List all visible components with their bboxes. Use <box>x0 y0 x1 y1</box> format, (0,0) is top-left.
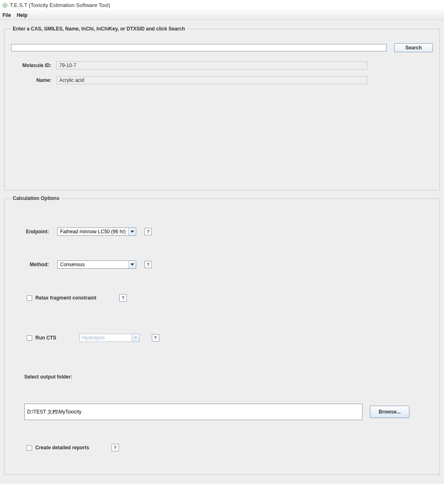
run-cts-label: Run CTS <box>35 335 56 341</box>
chevron-down-icon <box>128 261 136 268</box>
relax-fragment-checkbox[interactable] <box>27 295 32 301</box>
molecule-id-label: Molecule ID: <box>11 63 56 68</box>
output-row: Browse... <box>24 404 433 420</box>
main-content: Enter a CAS, SMILES, Name, InChi, InChiK… <box>0 20 444 484</box>
endpoint-row: Endpoint: Fathead minnow LC50 (96 hr) ? <box>11 228 433 236</box>
endpoint-value: Fathead minnow LC50 (96 hr) <box>58 229 128 235</box>
search-button[interactable]: Search <box>394 43 433 52</box>
detailed-reports-checkbox[interactable] <box>27 445 32 451</box>
endpoint-label: Endpoint: <box>11 229 49 235</box>
output-folder-input[interactable] <box>24 404 363 420</box>
search-legend: Enter a CAS, SMILES, Name, InChi, InChiK… <box>11 26 187 32</box>
relax-fragment-label: Relax fragment constraint <box>35 295 96 301</box>
endpoint-help-button[interactable]: ? <box>144 228 152 235</box>
search-group: Enter a CAS, SMILES, Name, InChi, InChiK… <box>4 26 440 190</box>
app-icon <box>2 3 7 8</box>
name-label: Name: <box>11 77 56 83</box>
menu-bar: File Help <box>0 10 444 20</box>
calculation-group: Calculation Options Endpoint: Fathead mi… <box>4 195 440 475</box>
window-title: T.E.S.T (Toxicity Estimation Software To… <box>10 2 110 8</box>
menu-help[interactable]: Help <box>17 12 28 18</box>
calculation-legend: Calculation Options <box>11 195 61 201</box>
relax-help-button[interactable]: ? <box>119 294 127 302</box>
relax-fragment-row: Relax fragment constraint ? <box>11 294 433 302</box>
chevron-down-icon <box>132 334 139 341</box>
menu-file[interactable]: File <box>2 12 11 18</box>
molecule-id-value: 79-10-7 <box>56 61 367 70</box>
detailed-help-button[interactable]: ? <box>112 444 119 451</box>
browse-button[interactable]: Browse... <box>370 406 409 418</box>
detailed-reports-row: Create detailed reports ? <box>11 444 433 451</box>
name-value: Acrylic acid <box>56 76 367 84</box>
title-bar: T.E.S.T (Toxicity Estimation Software To… <box>0 0 444 10</box>
molecule-id-row: Molecule ID: 79-10-7 <box>11 61 433 70</box>
chevron-down-icon <box>128 228 136 235</box>
search-row: Search <box>11 43 433 52</box>
cts-help-button[interactable]: ? <box>152 334 159 341</box>
cts-combo: Hydrolysis <box>79 334 139 342</box>
detailed-reports-label: Create detailed reports <box>35 445 89 451</box>
output-folder-label: Select output folder: <box>24 374 433 380</box>
method-value: Consensus <box>58 262 128 267</box>
name-row: Name: Acrylic acid <box>11 76 433 84</box>
endpoint-combo[interactable]: Fathead minnow LC50 (96 hr) <box>57 228 136 236</box>
method-combo[interactable]: Consensus <box>57 260 136 269</box>
method-label: Method: <box>11 262 49 267</box>
search-input[interactable] <box>11 44 387 51</box>
run-cts-checkbox[interactable] <box>27 335 32 341</box>
method-help-button[interactable]: ? <box>144 261 152 268</box>
run-cts-row: Run CTS Hydrolysis ? <box>11 334 433 342</box>
method-row: Method: Consensus ? <box>11 260 433 269</box>
cts-value: Hydrolysis <box>80 335 132 341</box>
